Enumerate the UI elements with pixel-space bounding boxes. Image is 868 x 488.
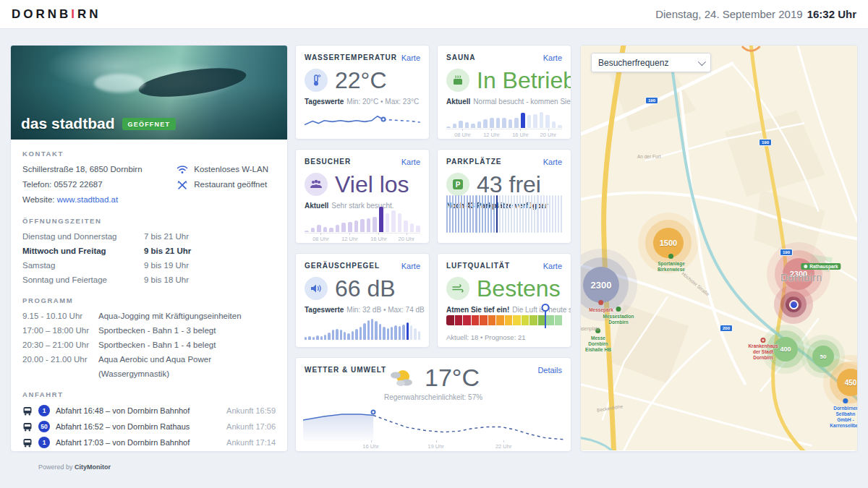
card-geraeuschpegel: GERÄUSCHPEGELKarte 66 dB TageswerteMin: … <box>295 253 430 348</box>
chart-bar <box>416 226 420 232</box>
chart-bar <box>407 322 409 340</box>
gauge-stripe <box>467 195 468 233</box>
program-time: 20:30 – 21:00 Uhr <box>22 338 98 352</box>
chart-bar <box>308 336 310 340</box>
top-bar: DORNBIRN Dienstag, 24. September 201916:… <box>0 0 868 29</box>
gauge-stripe <box>488 195 489 233</box>
axis-tick-label: 08 Uhr <box>454 132 471 138</box>
dropdown-selected-value: Besucherfrequenz <box>598 58 668 68</box>
venue-address: Schillerstraße 18, 6850 Dornbirn <box>22 162 142 177</box>
hours-row-today: Mittwoch und Freitag9 bis 21 Uhr <box>22 244 276 258</box>
map-frequency-bubble[interactable]: 50 <box>812 346 834 367</box>
axis-tick <box>407 233 407 235</box>
stadtbad-location-marker[interactable] <box>774 285 813 324</box>
website-link[interactable]: www.stadtbad.at <box>57 195 118 204</box>
map-frequency-bubble[interactable]: 2300 <box>583 267 619 303</box>
chart-bar <box>418 331 420 340</box>
map-layer-dropdown[interactable]: Besucherfrequenz <box>591 53 711 72</box>
gauge-stripe <box>531 195 532 233</box>
gauge-stripe <box>519 195 521 233</box>
chart-bar <box>414 328 416 340</box>
poi-icon <box>669 254 674 259</box>
gauge-stripe <box>446 195 448 233</box>
card-sauna: SAUNAKarte In Betrieb AktuellNormal besu… <box>437 45 571 140</box>
chart-bar <box>316 335 318 340</box>
sauna-frequency-chart <box>446 99 562 128</box>
chart-bar <box>305 231 309 232</box>
karte-link[interactable]: Karte <box>401 53 420 62</box>
hours-time: 9 bis 21 Uhr <box>144 244 191 258</box>
gauge-stripe <box>505 195 506 233</box>
axis-tick <box>320 233 321 235</box>
dashboard: DORNBIRN Dienstag, 24. September 201916:… <box>0 0 868 488</box>
card-luftqualitaet: LUFTQUALITÄTKarte Bestens Atmen Sie tief… <box>437 253 571 348</box>
card-title: PARKPLÄTZE <box>446 158 501 166</box>
air-quality-icon <box>446 277 469 300</box>
departure-text: Abfahrt 17:52 – von Dornbirn Rathaus <box>56 450 190 452</box>
chart-bar <box>367 320 370 340</box>
arrival-text: Ankunft 17:14 <box>226 435 276 450</box>
chart-bar <box>336 225 340 232</box>
axis-tick-label: 20 Uhr <box>399 236 415 242</box>
chart-bar <box>329 228 333 232</box>
chart-bar <box>387 328 389 340</box>
chart-bar <box>375 321 377 340</box>
chart-bar <box>521 113 525 128</box>
bus-icon <box>22 406 33 416</box>
departure-text: Abfahrt 16:52 – von Dornbirn Rathaus <box>56 419 190 435</box>
gauge-stripe <box>511 195 512 233</box>
karte-link[interactable]: Karte <box>401 262 420 270</box>
chart-bar <box>355 329 357 340</box>
gauge-stripe <box>508 195 509 233</box>
chart-bar <box>348 222 352 232</box>
gauge-stripe <box>464 195 465 233</box>
chart-bar <box>354 221 359 232</box>
program-row: 20:30 – 21:00 UhrSportbecken - Bahn 1 - … <box>22 338 276 352</box>
map-street-label: Beckenhöhe <box>597 403 624 413</box>
card-besucher: BESUCHERKarte Viel los AktuellSehr stark… <box>295 149 430 244</box>
chart-bar <box>386 213 390 232</box>
road-shield: 200 <box>720 325 733 332</box>
gauge-stripe <box>558 195 559 233</box>
logo-accent-letter: I <box>71 7 77 21</box>
gauge-stripe <box>479 195 480 233</box>
chart-bar <box>352 331 354 340</box>
sparkline-current-dot <box>380 117 386 122</box>
karte-link[interactable]: Karte <box>543 262 562 270</box>
karte-link[interactable]: Karte <box>543 158 562 166</box>
weather-chart-axis: 16 Uhr19 Uhr22 Uhr <box>303 441 563 450</box>
chart-bar <box>360 219 365 232</box>
wifi-label: Kostenloses W-LAN <box>194 162 268 177</box>
chart-bar <box>558 125 562 128</box>
chart-bar <box>317 225 321 232</box>
visitors-icon <box>305 173 328 196</box>
chart-bar <box>459 121 463 128</box>
chart-bar <box>410 223 414 232</box>
chart-bar <box>404 221 408 232</box>
scale-segment <box>446 315 454 325</box>
program-title: Aqua-Jogging mit Kräftigungseinheiten <box>98 309 242 323</box>
logo-text: RN <box>77 7 101 21</box>
gauge-stripe <box>525 195 527 233</box>
powered-by-text: Powered by <box>38 463 75 471</box>
chart-bar <box>446 127 451 128</box>
program-title: Sportbecken - Bahn 1 - 3 belegt <box>98 323 216 338</box>
karte-link[interactable]: Karte <box>543 53 562 62</box>
map-card[interactable]: Besucherfrequenz 15002300230040050450 Sp… <box>580 45 858 452</box>
chevron-down-icon <box>698 57 706 65</box>
map-street-label: asenplatz <box>580 326 600 331</box>
chart-bar <box>383 327 385 340</box>
gauge-stripe <box>469 195 471 233</box>
chart-bar <box>359 327 362 340</box>
noise-level-chart <box>305 302 420 340</box>
road-shield: 190 <box>780 249 793 256</box>
axis-tick-label: 16 Uhr <box>362 443 379 450</box>
wifi-icon <box>176 165 188 174</box>
map-frequency-bubble[interactable]: 450 <box>837 369 858 396</box>
axis-tick-label: 20 Uhr <box>540 132 557 138</box>
chart-bar <box>545 115 550 128</box>
karte-link[interactable]: Karte <box>401 158 420 166</box>
axis-tick-label: 16 Uhr <box>370 236 387 242</box>
map-street-label: An der Furt <box>637 154 661 159</box>
transit-row: 1 Abfahrt 17:03 – von Dornbirn Bahnhof A… <box>22 435 276 450</box>
